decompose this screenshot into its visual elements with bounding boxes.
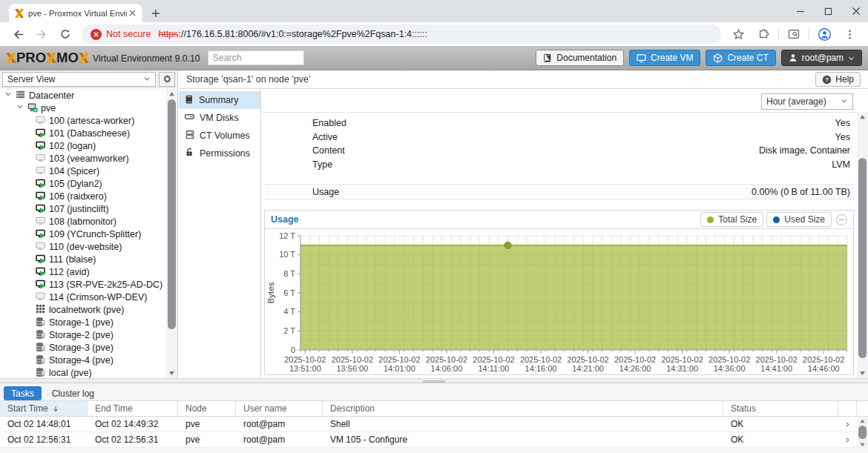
side-search-icon[interactable] [784,24,803,44]
svg-text:14:01:00: 14:01:00 [384,364,415,373]
vm-running-icon [36,266,46,279]
tree-item[interactable]: Storage-2 (pve) [0,328,165,341]
create-vm-button[interactable]: Create VM [629,50,700,66]
forward-button[interactable] [32,24,51,44]
disk-icon [185,112,194,124]
search-input[interactable]: Search [208,50,304,65]
window-controls [796,0,861,22]
tree-item[interactable]: 110 (dev-website) [0,240,165,253]
expander-icon[interactable] [4,90,12,100]
tab-tasks[interactable]: Tasks [4,386,42,400]
tree-item[interactable]: 107 (justinclift) [0,202,165,215]
vm-stopped-icon [36,241,46,254]
book-icon [185,95,194,106]
tree-item[interactable]: 105 (Dylan2) [0,177,165,190]
user-menu-button[interactable]: root@pam [781,50,862,66]
close-window-button[interactable] [852,7,861,16]
legend-total-size[interactable]: Total Size [700,212,763,227]
svg-text:12 T: 12 T [279,231,295,240]
nav-summary[interactable]: Summary [179,91,260,109]
proxmox-favicon-icon [14,8,24,19]
tree-item[interactable]: Datacenter [0,89,165,102]
vm-running-icon [36,178,46,191]
tree-item[interactable]: 112 (avid) [0,265,165,278]
svg-text:14:06:00: 14:06:00 [431,364,463,373]
tree-item[interactable]: 111 (blaise) [0,253,165,265]
page-title: Storage 'qsan-1' on node 'pve' [186,74,310,85]
help-button[interactable]: ? Help [815,72,861,87]
tree-item[interactable]: 114 (Crimson-WP-DEV) [0,291,165,303]
back-button[interactable] [8,24,27,44]
new-tab-button[interactable] [148,6,163,21]
svg-text:13:56:00: 13:56:00 [336,364,368,373]
tab-cluster-log[interactable]: Cluster log [45,386,102,400]
column-header-description[interactable]: Description [323,401,723,416]
svg-text:2025-10-02: 2025-10-02 [426,355,467,364]
usage-chart: 12 T10 T8 T6 T4 T2 T02025-10-0213:51:002… [265,229,853,377]
profile-avatar[interactable] [815,24,834,44]
tree-item[interactable]: pve [0,102,165,114]
maximize-button[interactable] [824,7,832,16]
svg-text:14:21:00: 14:21:00 [572,364,604,373]
svg-text:2025-10-02: 2025-10-02 [284,355,326,364]
minimize-button[interactable] [796,7,805,16]
tree-scrollbar[interactable] [166,89,177,378]
column-header-status[interactable]: Status [723,401,838,416]
nav-permissions[interactable]: Permissions [179,145,260,162]
collapse-panel-icon[interactable] [836,214,847,225]
tree-item[interactable]: 109 (YCrunch-Splitter) [0,228,165,240]
browser-window: pve - Proxmox Virtual Environm [0,0,868,453]
column-header-user-name[interactable]: User name [236,401,323,416]
legend-used-size[interactable]: Used Size [766,212,832,227]
tree-item[interactable]: local (pve) [0,366,165,378]
tree-item[interactable]: Storage-3 (pve) [0,341,165,354]
tree-item[interactable]: 106 (raidxero) [0,190,165,202]
tasks-scrollbar[interactable] [857,417,868,449]
tree-item[interactable]: 101 (Dabascheese) [0,127,165,139]
tree-settings-gear-icon[interactable] [159,72,175,87]
create-ct-button[interactable]: Create CT [706,50,775,66]
nav-vm-disks[interactable]: VM Disks [179,109,260,127]
extensions-icon[interactable] [754,24,773,44]
svg-text:14:26:00: 14:26:00 [619,364,651,373]
tree-item[interactable]: 113 (SR-PVE-2k25-AD-DC) [0,278,165,291]
tree-item[interactable]: localnetwork (pve) [0,303,165,316]
tree-item[interactable]: 103 (veeamworker) [0,152,165,165]
summary-content: Hour (average) EnabledYesActiveYesConten… [262,90,868,378]
task-row[interactable]: Oct 02 12:56:31Oct 02 12:56:31pveroot@pa… [0,432,868,448]
not-secure-icon [91,29,102,40]
documentation-button[interactable]: Documentation [536,50,624,66]
vm-running-icon [36,203,46,216]
tab-close-icon[interactable] [127,8,137,19]
column-header-start-time[interactable]: Start Time [0,401,88,416]
vm-stopped-icon [36,216,46,228]
panel-splitter[interactable] [0,378,868,383]
tree-item[interactable]: 102 (logan) [0,139,165,152]
svg-text:14:11:00: 14:11:00 [478,364,509,373]
nav-ct-volumes[interactable]: CT Volumes [179,127,260,145]
vm-running-icon [36,128,46,140]
column-header-end-time[interactable]: End Time [88,401,178,416]
content-scrollbar[interactable] [857,112,868,378]
task-detail-chevron[interactable] [838,432,857,447]
timeframe-select[interactable]: Hour (average) [761,93,853,110]
reload-button[interactable] [56,24,75,44]
tree-item[interactable]: 104 (Spicer) [0,165,165,177]
task-row[interactable]: Oct 02 14:48:01Oct 02 14:49:32pveroot@pa… [0,417,868,432]
tree-item[interactable]: 108 (labmonitor) [0,215,165,228]
column-header-node[interactable]: Node [178,401,236,416]
browser-menu-icon[interactable] [840,24,859,44]
expander-icon[interactable] [16,102,24,113]
bookmark-star-icon[interactable] [729,24,748,44]
content-title-bar: Storage 'qsan-1' on node 'pve' ? Help [179,70,868,89]
chart-legend: Total SizeUsed Size [700,212,832,227]
svg-text:14:31:00: 14:31:00 [666,364,698,373]
browser-tab[interactable]: pve - Proxmox Virtual Environm [9,4,142,22]
view-mode-select[interactable]: Server View [2,72,156,87]
address-input[interactable]: Not secure https://176.16.5.81:8006/#v1:… [82,24,721,44]
tree-item[interactable]: Storage-1 (pve) [0,316,165,328]
tree-item[interactable]: Storage-4 (pve) [0,354,165,366]
storage-properties: EnabledYesActiveYesContentDisk image, Co… [265,116,855,199]
task-detail-chevron[interactable] [838,417,857,431]
tree-item[interactable]: 100 (artesca-worker) [0,114,165,127]
